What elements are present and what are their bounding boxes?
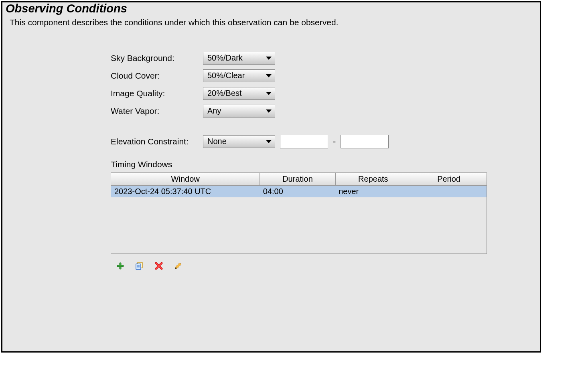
timing-windows-toolbar — [116, 262, 540, 272]
table-row[interactable]: 2023-Oct-24 05:37:40 UTC 04:00 never — [111, 185, 487, 197]
image-quality-dropdown[interactable]: 20%/Best — [203, 87, 275, 100]
plus-icon — [116, 262, 124, 272]
conditions-form: Sky Background: 50%/Dark Cloud Cover: 50… — [111, 51, 540, 272]
timing-windows-table: Window Duration Repeats Period 2023-Oct-… — [111, 172, 487, 254]
page-description: This component describes the conditions … — [10, 18, 540, 39]
svg-marker-0 — [266, 57, 272, 60]
elevation-constraint-label: Elevation Constraint: — [111, 137, 203, 146]
copy-button[interactable] — [135, 262, 144, 272]
chevron-down-icon — [266, 57, 272, 60]
delete-button[interactable] — [154, 262, 164, 272]
cloud-cover-label: Cloud Cover: — [111, 71, 203, 81]
chevron-down-icon — [266, 109, 272, 113]
image-quality-value: 20%/Best — [207, 89, 242, 98]
svg-rect-6 — [117, 265, 124, 267]
timing-windows-label: Timing Windows — [111, 160, 540, 169]
page-title: Observing Conditions — [6, 2, 540, 15]
col-header-duration[interactable]: Duration — [260, 173, 335, 186]
sky-background-dropdown[interactable]: 50%/Dark — [203, 52, 275, 65]
col-header-repeats[interactable]: Repeats — [335, 173, 411, 186]
cloud-cover-dropdown[interactable]: 50%/Clear — [203, 69, 275, 82]
elevation-max-input[interactable] — [341, 135, 389, 148]
add-button[interactable] — [116, 262, 125, 272]
cloud-cover-value: 50%/Clear — [207, 71, 245, 80]
cell-repeats: never — [335, 185, 411, 197]
water-vapor-dropdown[interactable]: Any — [203, 105, 275, 118]
cell-duration: 04:00 — [260, 185, 335, 197]
range-separator: - — [333, 136, 336, 147]
table-empty-space — [111, 197, 487, 253]
sky-background-label: Sky Background: — [111, 53, 203, 63]
svg-marker-3 — [266, 109, 272, 113]
x-icon — [155, 262, 163, 272]
col-header-window[interactable]: Window — [111, 173, 260, 186]
svg-marker-4 — [266, 140, 272, 143]
sky-background-value: 50%/Dark — [207, 53, 243, 63]
elevation-constraint-value: None — [207, 137, 227, 146]
col-header-period[interactable]: Period — [411, 173, 487, 186]
water-vapor-value: Any — [207, 106, 221, 116]
chevron-down-icon — [266, 74, 272, 77]
copy-icon — [135, 261, 144, 272]
elevation-constraint-dropdown[interactable]: None — [203, 135, 275, 148]
cell-period — [411, 185, 487, 197]
image-quality-label: Image Quality: — [111, 89, 203, 98]
elevation-min-input[interactable] — [280, 135, 328, 148]
cell-window: 2023-Oct-24 05:37:40 UTC — [111, 185, 260, 197]
table-header-row: Window Duration Repeats Period — [111, 173, 487, 186]
svg-marker-1 — [266, 74, 272, 77]
svg-marker-2 — [266, 92, 272, 95]
chevron-down-icon — [266, 140, 272, 143]
chevron-down-icon — [266, 92, 272, 95]
edit-button[interactable] — [173, 262, 183, 272]
pencil-icon — [174, 261, 182, 272]
observing-conditions-panel: Observing Conditions This component desc… — [1, 1, 541, 353]
water-vapor-label: Water Vapor: — [111, 106, 203, 116]
